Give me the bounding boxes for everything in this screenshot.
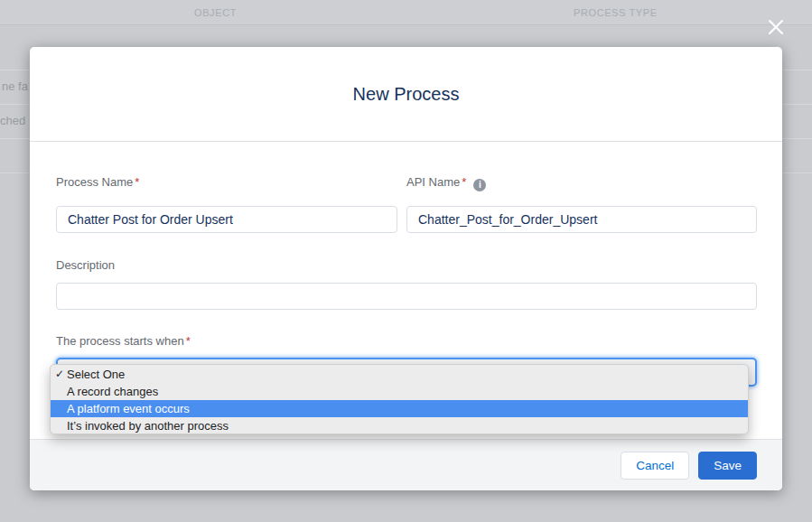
dropdown-option-select-one[interactable]: ✓ Select One (51, 366, 748, 383)
description-label: Description (56, 258, 115, 272)
description-input[interactable] (56, 283, 757, 310)
required-asterisk: * (135, 175, 139, 189)
column-header-object: OBJECT (194, 7, 237, 18)
process-name-input[interactable] (56, 206, 397, 233)
background-table-header: OBJECT PROCESS TYPE (0, 0, 812, 25)
column-header-process-type: PROCESS TYPE (574, 7, 658, 18)
starts-when-label: The process starts when* (56, 334, 191, 348)
required-asterisk: * (462, 175, 466, 189)
check-icon: ✓ (55, 366, 66, 383)
dropdown-option-platform-event[interactable]: A platform event occurs (51, 400, 748, 417)
cancel-button[interactable]: Cancel (621, 452, 689, 480)
process-name-label: Process Name* (56, 175, 139, 189)
screen: OBJECT PROCESS TYPE ne fa ched New Proce… (0, 0, 812, 522)
modal-footer: Cancel Save (30, 439, 782, 490)
close-icon (767, 18, 785, 39)
background-text-fragment: ched (0, 114, 25, 127)
modal-header: New Process (30, 47, 782, 142)
modal-title: New Process (353, 84, 460, 105)
starts-when-dropdown-menu: ✓ Select One A record changes A platform… (50, 364, 749, 434)
close-button[interactable] (761, 14, 790, 42)
api-name-label: API Name*i (406, 175, 486, 191)
dropdown-option-record-changes[interactable]: A record changes (51, 383, 748, 400)
background-text-fragment: ne fa (2, 79, 28, 93)
api-name-input[interactable] (406, 206, 757, 233)
dropdown-option-invoked-by-process[interactable]: It’s invoked by another process (51, 417, 748, 434)
save-button[interactable]: Save (698, 452, 757, 480)
info-icon[interactable]: i (473, 179, 486, 191)
required-asterisk: * (186, 334, 191, 348)
